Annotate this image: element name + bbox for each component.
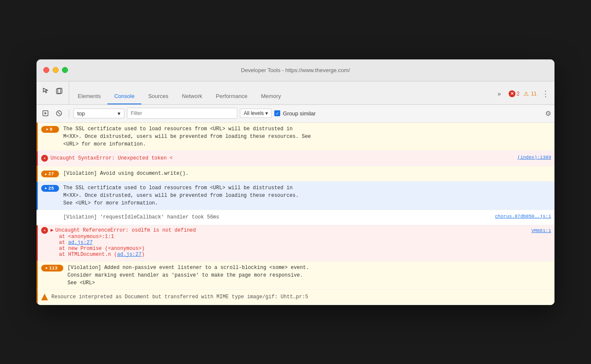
svg-rect-1 [58, 88, 62, 93]
svg-rect-0 [56, 89, 61, 94]
error-badge-icon: ✕ [509, 90, 515, 97]
stack-line-3: at new Promise (<anonymous>) [59, 246, 145, 252]
list-item: ✕ Uncaught SyntaxError: Unexpected token… [37, 151, 554, 166]
warning-badge-27[interactable]: ▶ 27 [41, 171, 59, 177]
list-item: ▶ 25 The SSL certificate used to load re… [37, 182, 554, 210]
context-selector[interactable]: top ▾ [73, 109, 124, 118]
error-source-2[interactable]: VM861:1 [532, 228, 551, 233]
stack-line-2: at ad.js:27 [59, 240, 145, 246]
more-options-button[interactable]: ⋮ [540, 87, 551, 100]
stack-line-1: at <anonymous>:1:1 [59, 234, 145, 240]
error-badge[interactable]: ✕ 2 [509, 90, 520, 97]
tab-performance[interactable]: Performance [209, 81, 254, 104]
list-item: Resource interpreted as Document but tra… [37, 290, 554, 305]
tab-items: Elements Console Sources Network Perform… [71, 81, 493, 104]
message-text: The SSL certificate used to load resourc… [63, 125, 551, 148]
message-text: [Violation] Added non-passive event list… [68, 264, 551, 287]
svg-line-5 [58, 112, 60, 115]
inspect-element-icon[interactable] [40, 85, 52, 97]
error-icon-2: ✕ [41, 227, 48, 234]
settings-icon[interactable]: ⚙ [545, 109, 551, 118]
message-text: [Violation] 'requestIdleCallback' handle… [63, 213, 492, 221]
warn-badge[interactable]: ⚠ 11 [523, 90, 537, 97]
device-toolbar-icon[interactable] [53, 85, 65, 97]
error-text: Uncaught SyntaxError: Unexpected token < [51, 155, 514, 161]
list-item: ✕ ▶ Uncaught ReferenceError: osdlfm is n… [37, 225, 554, 261]
error-source[interactable]: (index):1389 [518, 155, 551, 160]
warn-badge-icon: ⚠ [523, 90, 530, 97]
warning-badge-113[interactable]: ▶ 113 [41, 265, 63, 272]
clear-console-button[interactable] [53, 108, 65, 119]
stack-link-adjs2[interactable]: ad.js:27 [117, 252, 142, 258]
stack-link-adjs[interactable]: ad.js:27 [68, 240, 93, 246]
tab-console[interactable]: Console [107, 81, 141, 104]
minimize-button[interactable] [53, 67, 59, 73]
violation-source[interactable]: chorus.87db050….js:1 [495, 214, 551, 219]
title-bar: Developer Tools - https://www.theverge.c… [37, 59, 554, 81]
group-similar-checkbox[interactable]: ✓ [274, 110, 280, 116]
message-text: The SSL certificate used to load resourc… [63, 184, 551, 207]
tab-sources[interactable]: Sources [141, 81, 175, 104]
stack-line-4: at HTMLDocument.n (ad.js:27) [59, 252, 145, 258]
tab-bar-tools [40, 81, 69, 104]
expand-button[interactable]: ▶ [51, 227, 53, 233]
svg-marker-3 [45, 112, 47, 115]
run-script-button[interactable] [40, 108, 51, 119]
tab-elements[interactable]: Elements [71, 81, 107, 104]
message-text: [Violation] Avoid using document.write()… [63, 170, 551, 177]
window-title: Developer Tools - https://www.theverge.c… [241, 67, 350, 73]
list-item: ▶ 113 [Violation] Added non-passive even… [37, 261, 554, 290]
list-item: [Violation] 'requestIdleCallback' handle… [37, 210, 554, 225]
group-similar-toggle[interactable]: ✓ Group similar [274, 110, 315, 117]
tab-bar: Elements Console Sources Network Perform… [37, 81, 554, 105]
more-tabs-button[interactable]: » [493, 88, 505, 100]
error-expandable-text: Uncaught ReferenceError: osdlfm is not d… [55, 227, 528, 233]
toolbar-divider [69, 109, 69, 118]
info-badge-25[interactable]: ▶ 25 [41, 185, 59, 192]
filter-input[interactable] [127, 108, 237, 119]
list-item: ▶ 27 [Violation] Avoid using document.wr… [37, 166, 554, 182]
tab-memory[interactable]: Memory [254, 81, 288, 104]
levels-selector[interactable]: All levels ▾ [240, 109, 272, 118]
error-icon: ✕ [41, 155, 48, 162]
message-text: Resource interpreted as Document but tra… [51, 293, 551, 301]
devtools-window: Developer Tools - https://www.theverge.c… [37, 59, 554, 305]
console-toolbar: top ▾ All levels ▾ ✓ Group similar ⚙ [37, 105, 554, 123]
tab-bar-right: » ✕ 2 ⚠ 11 ⋮ [493, 87, 551, 104]
warning-badge-9[interactable]: ▶ 9 [41, 126, 59, 133]
console-messages: ▶ 9 The SSL certificate used to load res… [37, 123, 554, 305]
list-item: ▶ 9 The SSL certificate used to load res… [37, 123, 554, 151]
maximize-button[interactable] [62, 67, 68, 73]
stack-trace: at <anonymous>:1:1 at ad.js:27 at new Pr… [51, 234, 145, 258]
traffic-lights [43, 67, 68, 73]
warn-triangle-icon [41, 294, 48, 300]
close-button[interactable] [43, 67, 49, 73]
tab-network[interactable]: Network [175, 81, 209, 104]
